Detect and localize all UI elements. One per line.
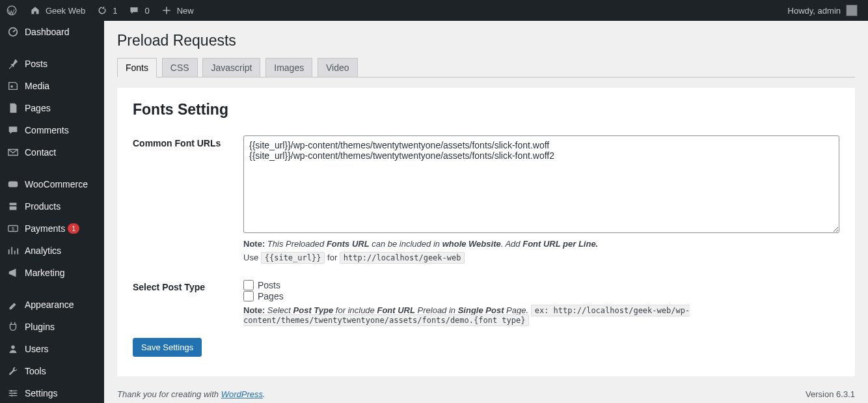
note-prefix: Note: <box>243 239 265 249</box>
sidebar-item-media[interactable]: Media <box>0 75 104 97</box>
checkbox-posts[interactable] <box>243 280 254 290</box>
sidebar-item-analytics[interactable]: Analytics <box>0 240 104 262</box>
payments-icon: $ <box>7 222 20 235</box>
new-content-link[interactable]: New <box>155 0 199 21</box>
sidebar-item-label: Posts <box>25 59 47 69</box>
sidebar-item-label: Contact <box>25 147 56 158</box>
code-localhost: http://localhost/geek-web <box>340 252 465 264</box>
update-icon <box>96 4 109 17</box>
footer-thank: Thank you for creating with <box>117 389 221 399</box>
comments-count: 0 <box>144 6 149 16</box>
code-siteurl: {{site_url}} <box>261 252 325 264</box>
sidebar-item-label: Dashboard <box>25 27 70 37</box>
sidebar-item-label: Products <box>25 201 61 212</box>
note-fonts-url: Note: This Preloaded Fonts URL can be in… <box>243 239 839 249</box>
separator <box>0 46 104 49</box>
settings-icon <box>7 387 20 400</box>
input-common-font-urls[interactable] <box>243 135 839 233</box>
sidebar-item-settings[interactable]: Settings <box>0 382 104 403</box>
sidebar-item-comments[interactable]: Comments <box>0 119 104 141</box>
plugin-icon <box>7 320 20 333</box>
sidebar-item-label: WooCommerce <box>25 179 88 189</box>
sidebar-item-pages[interactable]: Pages <box>0 97 104 119</box>
svg-rect-3 <box>8 182 18 188</box>
sidebar-item-products[interactable]: Products <box>0 195 104 217</box>
sidebar-item-label: Marketing <box>25 268 64 278</box>
sidebar-item-marketing[interactable]: Marketing <box>0 262 104 284</box>
save-settings-button[interactable]: Save Settings <box>133 338 202 357</box>
settings-panel: Fonts Setting Common Font URLs Note: Thi… <box>117 88 855 376</box>
content-wrap: Preload Requests Fonts CSS Javascript Im… <box>104 21 868 403</box>
tab-bar: Fonts CSS Javascript Images Video <box>117 52 855 77</box>
wp-logo[interactable] <box>0 0 23 21</box>
comment-icon <box>128 4 141 17</box>
avatar <box>846 5 858 16</box>
analytics-icon <box>7 244 20 257</box>
tab-css[interactable]: CSS <box>162 58 198 77</box>
checkbox-pages-label: Pages <box>258 291 284 301</box>
admin-menu: Dashboard Posts Media Pages Comments Con… <box>0 21 104 403</box>
new-label: New <box>177 6 194 16</box>
section-title: Fonts Setting <box>133 101 839 118</box>
sidebar-item-label: Users <box>25 344 49 354</box>
dashboard-icon <box>7 25 20 38</box>
page-title: Preload Requests <box>117 26 855 52</box>
site-name-text: Geek Web <box>46 6 85 16</box>
svg-point-6 <box>11 346 14 349</box>
sidebar-item-payments[interactable]: $Payments1 <box>0 217 104 240</box>
products-icon <box>7 200 20 213</box>
label-common-font-urls: Common Font URLs <box>133 132 243 275</box>
sidebar-item-appearance[interactable]: Appearance <box>0 294 104 316</box>
tools-icon <box>7 365 20 378</box>
updates-link[interactable]: 1 <box>90 0 122 21</box>
sidebar-item-label: Pages <box>25 103 51 113</box>
account-link[interactable]: Howdy, admin <box>783 0 863 21</box>
checkbox-pages[interactable] <box>243 291 254 301</box>
label-select-post-type: Select Post Type <box>133 275 243 338</box>
svg-point-7 <box>10 390 12 392</box>
separator <box>0 167 104 170</box>
tab-fonts[interactable]: Fonts <box>117 58 157 77</box>
tab-javascript[interactable]: Javascript <box>202 58 260 77</box>
users-icon <box>7 342 20 355</box>
howdy-text: Howdy, admin <box>788 6 841 16</box>
home-icon <box>29 4 42 17</box>
comment-icon <box>7 124 20 137</box>
marketing-icon <box>7 266 20 279</box>
mail-icon <box>7 146 20 159</box>
admin-bar: Geek Web 1 0 New Howdy, admin <box>0 0 868 21</box>
footer-wp-link[interactable]: WordPress <box>221 389 263 399</box>
svg-text:$: $ <box>12 226 14 232</box>
sidebar-item-contact[interactable]: Contact <box>0 141 104 163</box>
page-icon <box>7 102 20 115</box>
pin-icon <box>7 57 20 70</box>
tab-video[interactable]: Video <box>318 58 358 77</box>
sidebar-item-label: Analytics <box>25 245 61 256</box>
badge: 1 <box>68 223 79 234</box>
tab-images[interactable]: Images <box>265 58 312 77</box>
sidebar-item-plugins[interactable]: Plugins <box>0 316 104 338</box>
checkbox-posts-label: Posts <box>258 280 280 290</box>
sidebar-item-tools[interactable]: Tools <box>0 360 104 382</box>
svg-point-2 <box>10 85 13 88</box>
sidebar-item-label: Tools <box>25 366 46 376</box>
site-name-link[interactable]: Geek Web <box>23 0 90 21</box>
sidebar-item-label: Payments <box>25 223 65 234</box>
svg-point-9 <box>11 395 13 396</box>
sidebar-item-label: Appearance <box>25 299 74 310</box>
woo-icon <box>7 178 20 191</box>
note-post-type: Note: Select Post Type for include Font … <box>243 305 839 325</box>
note-siteurl: Use {{site_url}} for http://localhost/ge… <box>243 253 839 262</box>
footer: Thank you for creating with WordPress. V… <box>104 376 868 403</box>
wordpress-icon <box>5 4 18 17</box>
plus-icon <box>160 4 173 17</box>
sidebar-item-dashboard[interactable]: Dashboard <box>0 21 104 43</box>
sidebar-item-label: Plugins <box>25 322 55 332</box>
comments-link[interactable]: 0 <box>122 0 154 21</box>
sidebar-item-users[interactable]: Users <box>0 338 104 360</box>
svg-point-8 <box>14 393 16 395</box>
sidebar-item-posts[interactable]: Posts <box>0 53 104 75</box>
appearance-icon <box>7 298 20 311</box>
sidebar-item-label: Comments <box>25 125 69 135</box>
sidebar-item-woocommerce[interactable]: WooCommerce <box>0 173 104 195</box>
